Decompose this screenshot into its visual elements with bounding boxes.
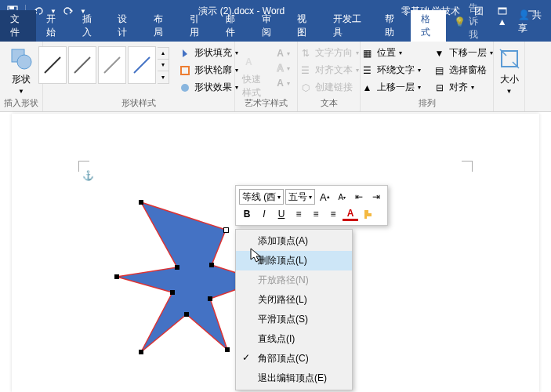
style-option-2[interactable] [68, 46, 96, 84]
minimize-ribbon[interactable]: ▲ [493, 14, 512, 30]
position-icon: ▦ [361, 47, 374, 60]
vertex-point[interactable] [139, 200, 143, 205]
shape-effects-button[interactable]: 形状效果 ▾ [176, 79, 241, 96]
align-button[interactable]: ⊟对齐 ▾ [430, 79, 496, 96]
align-right[interactable]: ≡ [325, 206, 341, 222]
svg-line-9 [74, 57, 90, 73]
italic-button[interactable]: I [256, 206, 272, 222]
font-size-selector[interactable]: 五号▾ [285, 189, 315, 205]
style-option-1[interactable] [38, 46, 67, 84]
vertex-point[interactable] [139, 350, 143, 354]
menu-exit-edit[interactable]: 退出编辑顶点(E) [236, 368, 352, 388]
menu-open-path: 开放路径(N) [236, 270, 352, 290]
svg-line-10 [104, 57, 120, 73]
svg-line-8 [45, 57, 60, 73]
gallery-more[interactable]: ▾ [158, 71, 169, 83]
svg-rect-12 [181, 67, 189, 74]
shape-style-gallery[interactable]: ▴ ▾ ▾ [37, 45, 169, 85]
format-painter[interactable] [360, 206, 375, 222]
create-link-button: ⬡创建链接 [296, 79, 362, 96]
vertex-point[interactable] [209, 263, 214, 267]
pane-icon: ▤ [433, 64, 446, 77]
tab-review[interactable]: 审阅 [252, 10, 288, 42]
tab-insert[interactable]: 插入 [72, 10, 108, 42]
wordart-icon: A [242, 46, 267, 71]
shape-outline-button[interactable]: 形状轮廓 ▾ [176, 62, 241, 78]
vertex-point[interactable] [184, 312, 189, 317]
bring-forward-button[interactable]: ▲上移一层 ▾ [358, 79, 424, 96]
underline-button[interactable]: U [274, 206, 289, 222]
tab-help[interactable]: 帮助 [375, 10, 411, 42]
style-option-4[interactable] [128, 46, 156, 84]
tell-me-search[interactable]: 💡告诉我 [446, 2, 492, 42]
wrap-icon: ☰ [361, 64, 374, 77]
quick-styles-button: A 快速样式 [239, 45, 270, 101]
text-fill: A ▾ [274, 46, 293, 60]
decrease-indent[interactable]: ⇤ [351, 189, 367, 205]
selection-pane-button[interactable]: ▤选择窗格 [430, 62, 496, 78]
text-outline: A ▾ [274, 61, 293, 75]
menu-close-path[interactable]: 关闭路径(L) [236, 290, 352, 310]
check-icon: ✓ [242, 352, 250, 363]
menu-corner-point[interactable]: ✓角部顶点(C) [236, 349, 352, 368]
svg-line-11 [134, 57, 150, 73]
text-direction-button: ⇅文字方向 ▾ [296, 45, 362, 61]
vertex-point[interactable] [170, 290, 175, 295]
vertex-point[interactable] [225, 347, 230, 352]
vertex-point[interactable] [175, 265, 179, 270]
group-text: ⇅文字方向 ▾ ☰对齐文本 ▾ ⬡创建链接 文本 [298, 42, 361, 111]
increase-indent[interactable]: ⇥ [368, 189, 384, 205]
gallery-down[interactable]: ▾ [158, 60, 169, 71]
tab-developer[interactable]: 开发工具 [323, 10, 375, 42]
shapes-icon [9, 46, 34, 71]
send-backward-button[interactable]: ▼下移一层 ▾ [430, 45, 496, 61]
menu-bar: 文件 开始 插入 设计 布局 引用 邮件 审阅 视图 开发工具 帮助 格式 💡告… [0, 22, 551, 42]
tab-mailings[interactable]: 邮件 [216, 10, 252, 42]
forward-icon: ▲ [361, 82, 374, 94]
tab-design[interactable]: 设计 [107, 10, 143, 42]
tab-references[interactable]: 引用 [179, 10, 216, 42]
menu-add-vertex[interactable]: 添加顶点(A) [236, 231, 352, 251]
style-option-3[interactable] [98, 46, 126, 84]
bold-button[interactable]: B [239, 206, 255, 222]
align-text-button: ☰对齐文本 ▾ [296, 62, 362, 78]
backward-icon: ▼ [433, 47, 446, 60]
vertex-point[interactable] [114, 274, 119, 279]
wrap-text-button[interactable]: ☰环绕文字 ▾ [358, 62, 424, 78]
size-button[interactable]: 大小▼ [494, 45, 525, 96]
outline-icon [179, 64, 191, 77]
shapes-button[interactable]: 形状▼ [5, 45, 37, 96]
shape-fill-button[interactable]: 形状填充 ▾ [176, 45, 241, 61]
gallery-up[interactable]: ▴ [158, 48, 169, 60]
tab-layout[interactable]: 布局 [143, 10, 179, 42]
effects-icon [179, 82, 191, 94]
vertex-point[interactable] [208, 296, 212, 301]
shrink-font[interactable]: A▾ [334, 189, 350, 205]
ribbon: 形状▼ 插入形状 ▴ ▾ ▾ 形状填充 ▾ 形状轮廓 [0, 42, 551, 112]
align-left[interactable]: ≡ [291, 206, 306, 222]
size-icon [497, 46, 522, 71]
menu-straight-line[interactable]: 直线点(I) [236, 329, 352, 349]
align-icon: ⊟ [433, 82, 446, 94]
group-shape-styles: ▴ ▾ ▾ 形状填充 ▾ 形状轮廓 ▾ 形状效果 ▾ 形状样式 [43, 42, 235, 111]
anchor-icon: ⚓ [82, 170, 94, 181]
svg-point-13 [181, 84, 189, 92]
align-center[interactable]: ≡ [308, 206, 324, 222]
tab-home[interactable]: 开始 [36, 10, 72, 42]
font-selector[interactable]: 等线 (西▾ [239, 189, 284, 205]
group-size: 大小▼ [494, 42, 525, 111]
group-wordart: A 快速样式 A ▾ A ▾ A ▾ 艺术字样式 [235, 42, 298, 111]
tab-view[interactable]: 视图 [287, 10, 323, 42]
font-color[interactable]: A [343, 208, 358, 221]
position-button[interactable]: ▦位置 ▾ [358, 45, 424, 61]
mini-toolbar: 等线 (西▾ 五号▾ A▴ A▾ ⇤ ⇥ B I U ≡ ≡ ≡ A [235, 185, 388, 226]
grow-font[interactable]: A▴ [317, 189, 332, 205]
menu-smooth-vertex[interactable]: 平滑顶点(S) [236, 310, 352, 329]
svg-text:A: A [245, 56, 252, 67]
vertex-context-menu: 添加顶点(A) 删除顶点(L) 开放路径(N) 关闭路径(L) 平滑顶点(S) … [235, 229, 353, 390]
menu-delete-vertex[interactable]: 删除顶点(L) [236, 251, 352, 270]
vertex-point-selected[interactable] [223, 227, 229, 233]
share-button[interactable]: 👤 共享 [512, 9, 548, 35]
tab-format[interactable]: 格式 [411, 10, 447, 42]
tab-file[interactable]: 文件 [0, 10, 36, 42]
